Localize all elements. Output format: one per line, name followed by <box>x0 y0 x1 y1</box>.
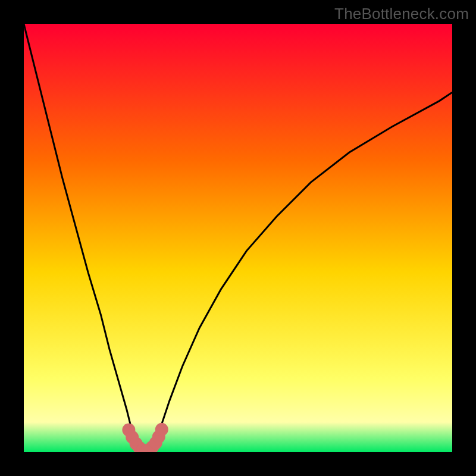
chart-frame: TheBottleneck.com <box>0 0 476 476</box>
bottleneck-chart <box>24 24 452 452</box>
plot-area <box>24 24 452 452</box>
gradient-background <box>24 24 452 452</box>
marker-dot <box>155 423 168 436</box>
watermark-text: TheBottleneck.com <box>334 5 469 23</box>
